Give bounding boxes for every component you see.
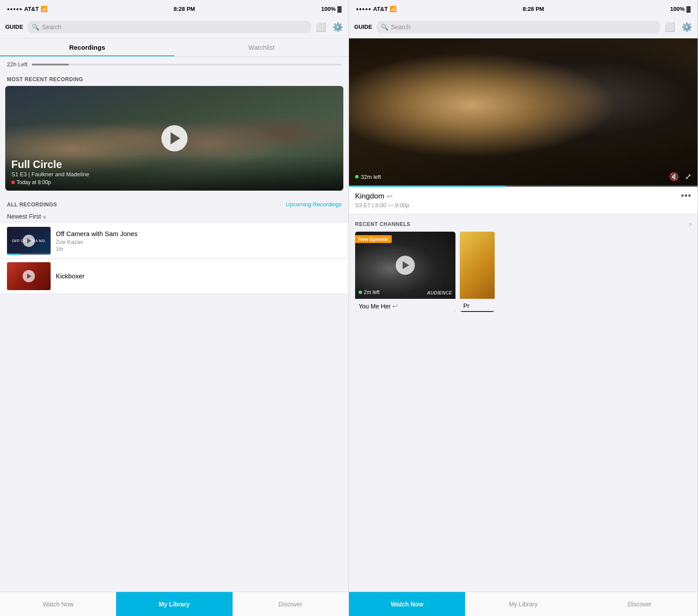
bottom-tab-mylibrary-right[interactable]: My Library: [465, 592, 581, 616]
thumb-progress-fill-1: [7, 253, 20, 255]
guide-button-right[interactable]: GUIDE: [354, 24, 372, 30]
sort-arrow-icon: ∨: [43, 214, 46, 219]
search-placeholder-left: Search: [42, 24, 61, 31]
channel-play-button-1[interactable]: [396, 256, 415, 275]
bottom-tab-watchnow-right[interactable]: Watch Now: [349, 592, 465, 616]
settings-icon-right[interactable]: ⚙️: [681, 22, 692, 32]
channel-card-2[interactable]: Pr: [460, 232, 495, 312]
recording-subtitle-1: Zoe Kazan: [56, 239, 342, 245]
hero-subtitle: S1 E3 | Faulkner and Madeline: [11, 171, 337, 178]
battery-icon-right: ▓: [687, 6, 691, 12]
channel-title-row-1: You Me Her ↩: [355, 299, 455, 312]
status-left: ●●●●● AT&T 📶: [7, 6, 48, 12]
time-left-badge: 32m left: [355, 174, 381, 180]
signal-dots-right: ●●●●●: [356, 7, 371, 11]
recording-thumb-1: off CAMERA no.: [7, 227, 51, 255]
channel-loop-icon-1: ↩: [392, 302, 398, 310]
hero-play-button[interactable]: [161, 125, 188, 151]
recording-item-1[interactable]: off CAMERA no. Off Camera with Sam Jones…: [0, 223, 349, 259]
tab-recordings[interactable]: Recordings: [0, 38, 174, 56]
rec-dot: [11, 181, 15, 184]
upcoming-recordings-link[interactable]: Upcoming Recordings: [286, 201, 342, 208]
bottom-tab-watchnow-left[interactable]: Watch Now: [0, 592, 116, 616]
thumb-play-small-1[interactable]: [23, 235, 35, 247]
all-recordings-label: ALL RECORDINGS: [7, 202, 57, 208]
more-options-button[interactable]: •••: [681, 192, 691, 199]
channel-card-1[interactable]: New Episode 2m left AUDIENCE You Me Her …: [355, 232, 455, 312]
green-dot-video: [355, 175, 359, 178]
hero-badge-text: Today at 8:00p: [17, 179, 51, 185]
wifi-icon-left: 📶: [41, 6, 48, 12]
thumb-play-tri-2: [27, 274, 31, 279]
channel-green-dot-1: [359, 291, 362, 294]
new-episode-badge: New Episode: [355, 235, 392, 243]
bottom-tab-discover-left[interactable]: Discover: [233, 592, 349, 616]
bottom-tab-mylibrary-left[interactable]: My Library: [116, 592, 232, 616]
storage-row: 22h Left: [0, 57, 349, 70]
search-bar-right[interactable]: 🔍 Search: [376, 21, 660, 33]
video-right-controls: 🔇 ⤢: [669, 172, 691, 181]
top-nav-left: GUIDE 🔍 Search ⬜ ⚙️: [0, 16, 349, 38]
recording-info-1: Off Camera with Sam Jones Zoe Kazan 1hr: [56, 229, 342, 253]
thumb-play-small-2[interactable]: [23, 270, 35, 282]
time-left: 8:28 PM: [174, 6, 195, 12]
fullscreen-icon[interactable]: ⤢: [685, 172, 691, 181]
recording-item-2[interactable]: Kickboxer: [0, 259, 349, 294]
status-bar-left: ●●●●● AT&T 📶 8:28 PM 100% ▓: [0, 0, 349, 16]
channel-thumb-1: New Episode 2m left AUDIENCE: [355, 232, 455, 299]
recent-channels-chevron[interactable]: ›: [689, 220, 691, 228]
video-progress-bar[interactable]: [349, 185, 698, 187]
loop-icon[interactable]: ↩: [387, 192, 393, 200]
now-playing-sub: S3 E7 | 8:00 — 9:00p: [355, 202, 409, 209]
status-right-right: 100% ▓: [670, 6, 691, 12]
now-playing-info: Kingdom ↩ S3 E7 | 8:00 — 9:00p •••: [349, 187, 698, 214]
status-right-left: 100% ▓: [321, 6, 342, 12]
hero-badge: Today at 8:00p: [11, 179, 337, 185]
status-bar-right: ●●●●● AT&T 📶 8:28 PM 100% ▓: [349, 0, 698, 16]
channel-title-2: Pr: [463, 302, 469, 309]
time-right: 8:28 PM: [523, 6, 544, 12]
screen-icon-left[interactable]: ⬜: [315, 22, 326, 32]
video-time-left: 32m left: [361, 174, 381, 180]
recording-title-2: Kickboxer: [56, 272, 342, 281]
screen-icon-right[interactable]: ⬜: [664, 22, 675, 32]
search-bar-left[interactable]: 🔍 Search: [27, 21, 311, 33]
tab-watchlist[interactable]: Watchlist: [174, 38, 349, 56]
settings-icon-left[interactable]: ⚙️: [332, 22, 343, 32]
recent-channels-label: RECENT CHANNELS: [355, 221, 411, 227]
most-recent-header: MOST RECENT RECORDING: [0, 70, 349, 86]
search-placeholder-right: Search: [391, 24, 410, 31]
storage-label: 22h Left: [7, 61, 27, 68]
mute-icon[interactable]: 🔇: [669, 172, 679, 181]
now-playing-title-row: Kingdom ↩: [355, 192, 409, 201]
recording-title-1: Off Camera with Sam Jones: [56, 229, 342, 238]
sort-row[interactable]: Newest First ∨: [0, 211, 349, 223]
channels-scroll: New Episode 2m left AUDIENCE You Me Her …: [349, 232, 698, 318]
signal-dots: ●●●●●: [7, 7, 22, 11]
video-player[interactable]: 32m left 🔇 ⤢: [349, 38, 698, 187]
wifi-icon-right: 📶: [390, 6, 397, 12]
channel-thumb-partial: [460, 232, 495, 299]
bottom-tabs-right: Watch Now My Library Discover: [349, 592, 698, 616]
content-area-left: Recordings Watchlist 22h Left MOST RECEN…: [0, 38, 349, 592]
left-panel: ●●●●● AT&T 📶 8:28 PM 100% ▓ GUIDE 🔍 Sear…: [0, 0, 349, 616]
video-controls-overlay: 32m left 🔇 ⤢: [349, 172, 698, 181]
recording-duration-1: 1hr: [56, 246, 342, 252]
channel-watermark-1: AUDIENCE: [427, 290, 452, 295]
video-bg: [349, 38, 698, 187]
now-playing-details: Kingdom ↩ S3 E7 | 8:00 — 9:00p: [355, 192, 409, 209]
channel-time-badge-1: 2m left: [359, 289, 380, 295]
channel-title-1: You Me Her: [359, 303, 390, 310]
recording-thumb-2: [7, 262, 51, 290]
bottom-tab-discover-right[interactable]: Discover: [582, 592, 698, 616]
right-panel: ●●●●● AT&T 📶 8:28 PM 100% ▓ GUIDE 🔍 Sear…: [349, 0, 698, 616]
search-icon-right: 🔍: [381, 24, 388, 31]
channel-title-row-2: Pr: [460, 299, 495, 311]
battery-pct-left: 100%: [321, 6, 335, 12]
guide-button-left[interactable]: GUIDE: [5, 24, 23, 30]
search-icon-left: 🔍: [32, 24, 39, 31]
right-content-area: 32m left 🔇 ⤢ Kingdom ↩ S3 E7 | 8:00 — 9:…: [349, 38, 698, 592]
carrier-left: AT&T: [24, 6, 39, 12]
hero-card[interactable]: Full Circle S1 E3 | Faulkner and Madelin…: [5, 86, 343, 191]
video-progress-fill: [349, 185, 506, 187]
